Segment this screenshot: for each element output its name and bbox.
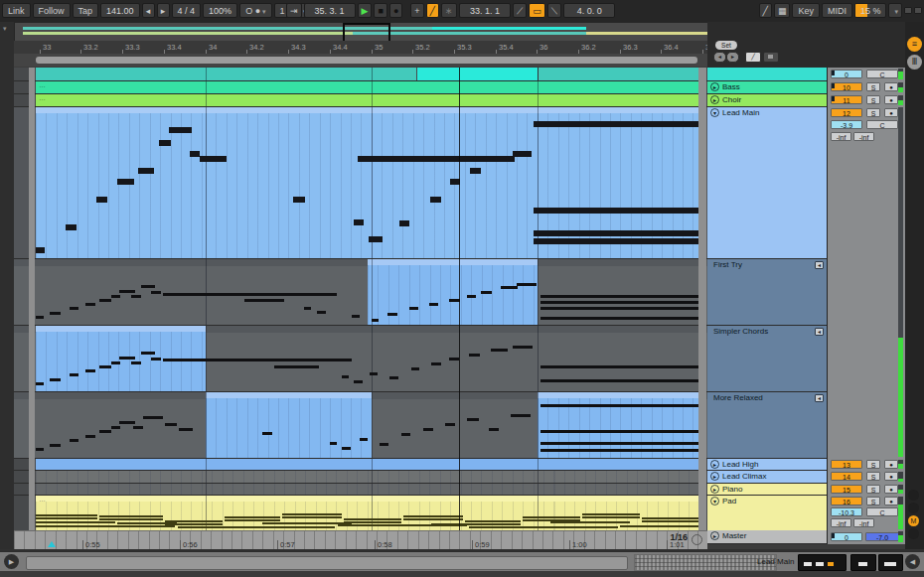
collapse-icon[interactable]: ▾	[3, 25, 7, 33]
clip-segment[interactable]	[206, 107, 372, 258]
computer-midi-keyboard-button[interactable]: ▦	[774, 3, 791, 18]
draw-mode-button[interactable]: ╱	[426, 3, 439, 18]
fold-closed-icon[interactable]: ▸	[710, 472, 719, 481]
arm-button[interactable]: ●	[884, 472, 898, 481]
track-header-bass[interactable]: ▸Bass	[707, 81, 827, 93]
track-header-pad[interactable]: ▾Pad	[707, 496, 827, 530]
send-a-display[interactable]: -inf	[831, 518, 851, 527]
arm-button[interactable]: ●	[884, 485, 898, 494]
audition-icon[interactable]: ◂	[815, 394, 824, 402]
volume-display[interactable]: 0	[831, 70, 862, 78]
take-lane-header-more-relaxed[interactable]: More Relaxed◂	[707, 392, 827, 458]
pad-lane[interactable]: …	[14, 496, 707, 530]
overview-toggle-icon[interactable]: ≡	[907, 37, 922, 52]
send-b-display[interactable]: -inf	[853, 132, 874, 141]
audition-icon[interactable]: ◂	[815, 328, 824, 336]
lead-high-lane[interactable]	[14, 459, 707, 470]
lead-main-lane[interactable]	[14, 107, 707, 258]
set-locator-button[interactable]: Set	[715, 41, 737, 50]
solo-button[interactable]: S	[866, 108, 880, 117]
clip-segment[interactable]	[417, 68, 538, 80]
solo-button[interactable]: S	[866, 460, 880, 469]
m-badge[interactable]: M	[908, 515, 919, 526]
midi-map-button[interactable]: MIDI	[822, 3, 852, 18]
nudge-down-button[interactable]: ◂	[142, 3, 155, 18]
arm-button[interactable]: ●	[884, 497, 898, 505]
fold-open-icon[interactable]: ▾	[710, 497, 719, 505]
first-try-lane[interactable]	[14, 259, 707, 325]
pan-display[interactable]: C	[866, 120, 898, 129]
track-header-track-a[interactable]	[707, 68, 827, 80]
arrangement-position-field[interactable]: 35. 3. 1	[304, 3, 356, 18]
track-number[interactable]: 13	[831, 460, 862, 469]
clip-segment[interactable]	[36, 471, 698, 483]
stop-button[interactable]: ■	[374, 3, 386, 18]
punch-out-button[interactable]: ⟍	[547, 3, 561, 18]
link-button[interactable]: Link	[2, 3, 31, 18]
send-a-display[interactable]: -inf	[831, 132, 851, 141]
prev-locator-button[interactable]: ◂	[713, 52, 726, 63]
time-ruler[interactable]: 1/16 0:550:560:570:580:591:001:01	[14, 530, 707, 550]
more-relaxed-lane[interactable]	[14, 392, 707, 458]
loop-button[interactable]: ▭	[529, 3, 545, 18]
loop-start-field[interactable]: 33. 1. 1	[459, 3, 511, 18]
automation-re-enable-button[interactable]: ∗	[441, 3, 457, 18]
piano-lane[interactable]	[14, 484, 707, 495]
track-a-lane[interactable]	[14, 68, 707, 80]
nudge-up-button[interactable]: ▸	[157, 3, 170, 18]
overdub-button[interactable]: +	[410, 3, 423, 18]
lock-envelopes-button[interactable]	[763, 52, 779, 63]
mixer-toggle-icon[interactable]: Ⅲ	[907, 55, 922, 70]
arm-button[interactable]: ●	[884, 460, 898, 469]
hide-panel-button[interactable]: ◀	[905, 554, 920, 569]
show-info-view-button[interactable]: ▶	[4, 554, 19, 569]
clip-segment[interactable]: …	[36, 94, 698, 106]
tempo-field[interactable]: 141.00	[100, 3, 140, 18]
track-number[interactable]: 14	[831, 472, 862, 481]
round-button-3[interactable]	[908, 528, 919, 539]
time-signature-field[interactable]: 4 / 4	[172, 3, 202, 18]
loop-length-field[interactable]: 4. 0. 0	[563, 3, 615, 18]
metronome-button[interactable]: O ●▾	[239, 3, 271, 18]
follow-tempo-button[interactable]: Follow	[33, 3, 71, 18]
cue-volume-display[interactable]: 0	[831, 532, 862, 541]
song-start-marker[interactable]	[48, 541, 56, 547]
arrangement-lanes[interactable]: ………	[14, 68, 707, 530]
round-button-2[interactable]	[908, 503, 919, 513]
volume-display[interactable]: -10.3	[831, 507, 862, 516]
clip-segment[interactable]: …	[36, 81, 698, 93]
next-locator-button[interactable]: ▸	[726, 52, 739, 63]
play-button[interactable]: ▶	[358, 3, 373, 18]
overview-selection-box[interactable]	[343, 23, 390, 43]
punch-in-button[interactable]: ⟋	[513, 3, 527, 18]
clip-segment[interactable]	[539, 68, 698, 80]
track-header-lead-high[interactable]: ▸Lead High	[707, 459, 827, 470]
horizontal-scroll-handle[interactable]	[36, 57, 697, 64]
track-number[interactable]: 16	[831, 497, 862, 505]
master-volume-display[interactable]: -7.0	[865, 532, 899, 541]
fold-closed-icon[interactable]: ▸	[710, 82, 719, 91]
arm-button[interactable]: ●	[884, 95, 898, 104]
fold-closed-icon[interactable]: ▸	[710, 95, 719, 104]
clip-segment[interactable]	[36, 484, 698, 495]
bass-lane[interactable]: …	[14, 81, 707, 93]
solo-button[interactable]: S	[866, 497, 880, 505]
grid-menu-icon[interactable]	[692, 534, 702, 545]
track-number[interactable]: 15	[831, 485, 862, 494]
lead-climax-lane[interactable]	[14, 471, 707, 483]
track-number[interactable]: 12	[831, 108, 862, 117]
fold-closed-icon[interactable]: ▸	[710, 531, 719, 540]
arm-button[interactable]: ●	[884, 82, 898, 91]
draw-automation-icon[interactable]: ╱	[759, 3, 772, 18]
beat-time-ruler[interactable]: 3333.233.333.43434.234.334.43535.235.335…	[14, 41, 707, 55]
audition-icon[interactable]: ◂	[815, 261, 824, 269]
fold-closed-icon[interactable]: ▸	[710, 460, 719, 469]
arm-button[interactable]: ●	[884, 108, 898, 117]
playhead[interactable]	[459, 68, 460, 530]
clip-segment[interactable]	[36, 459, 698, 470]
record-button[interactable]: ●	[389, 3, 402, 18]
send-b-display[interactable]: -inf	[853, 518, 874, 527]
track-number[interactable]: 10	[831, 82, 862, 91]
track-header-lead-climax[interactable]: ▸Lead Climax	[707, 471, 827, 483]
fold-closed-icon[interactable]: ▸	[710, 485, 719, 494]
